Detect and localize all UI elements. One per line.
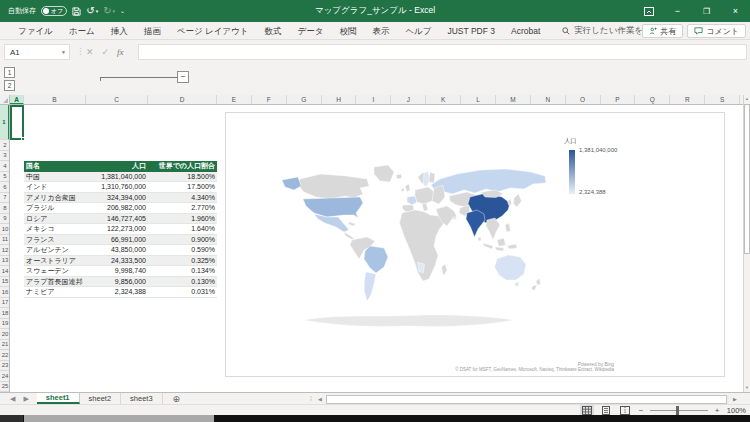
table-cell[interactable]: 9,856,000 xyxy=(86,277,148,288)
column-header-F[interactable]: F xyxy=(252,95,287,105)
table-cell[interactable]: アラブ首長国連邦 xyxy=(24,277,86,288)
map-region-usa[interactable] xyxy=(303,197,363,218)
horizontal-scrollbar[interactable] xyxy=(326,395,729,404)
ribbon-tab-8[interactable]: 校閲 xyxy=(331,22,364,40)
map-region-korea[interactable] xyxy=(508,199,512,205)
redo-button[interactable]: ↻▾ xyxy=(103,6,115,16)
row-header-21[interactable]: 21 xyxy=(0,340,10,351)
sheet-tab-sheet1[interactable]: sheet1 xyxy=(37,393,80,404)
grid[interactable]: 国名人口世界での人口割合中国1,381,040,00018.500%インド1,3… xyxy=(10,105,743,392)
scrollbar-grip-icon[interactable]: ⁞ xyxy=(310,395,312,402)
map-region-new-zealand-north[interactable] xyxy=(536,279,541,286)
map-region-caribbean[interactable] xyxy=(348,222,356,226)
chart-legend[interactable]: 人口 1,381,040,000 2,324,388 xyxy=(564,137,714,149)
table-cell[interactable]: 206,982,000 xyxy=(86,203,148,214)
map-region-indonesia-1[interactable] xyxy=(483,243,493,249)
minimize-button[interactable]: − xyxy=(663,0,692,22)
table-header-cell[interactable]: 人口 xyxy=(86,161,148,172)
table-cell[interactable]: インド xyxy=(24,182,86,193)
row-header-4[interactable]: 4 xyxy=(0,161,10,172)
table-cell[interactable]: 66,991,000 xyxy=(86,235,148,246)
map-chart[interactable]: 人口 1,381,040,000 2,324,388 Powered by Bi… xyxy=(225,112,725,377)
comments-button[interactable]: コメント xyxy=(687,24,746,38)
ribbon-tab-6[interactable]: 数式 xyxy=(256,22,289,40)
table-cell[interactable]: 146,727,405 xyxy=(86,214,148,225)
zoom-out-button[interactable]: − xyxy=(637,406,645,415)
scroll-up-icon[interactable]: ▲ xyxy=(744,95,750,103)
insert-function-button[interactable]: fx xyxy=(117,47,124,57)
sheet-nav-right-icon[interactable]: ▶ xyxy=(23,395,28,403)
row-header-1[interactable]: 1 xyxy=(0,105,10,140)
table-cell[interactable]: ロシア xyxy=(24,214,86,225)
column-header-H[interactable]: H xyxy=(322,95,357,105)
row-header-5[interactable]: 5 xyxy=(0,172,10,183)
maximize-button[interactable]: ❐ xyxy=(692,0,721,22)
customize-qat-button[interactable]: ⌄ xyxy=(120,6,125,16)
map-region-india[interactable] xyxy=(466,210,485,237)
table-cell[interactable]: 1.960% xyxy=(148,214,217,225)
column-header-A[interactable]: A xyxy=(10,95,24,105)
map-region-italy[interactable] xyxy=(422,203,428,211)
map-region-japan[interactable] xyxy=(514,194,522,207)
map-region-antarctica[interactable] xyxy=(304,315,514,326)
map-region-united-kingdom[interactable] xyxy=(405,184,410,192)
map-region-ireland[interactable] xyxy=(401,188,404,192)
row-header-10[interactable]: 10 xyxy=(0,224,10,235)
column-header-R[interactable]: R xyxy=(670,95,705,105)
row-header-7[interactable]: 7 xyxy=(0,193,10,204)
hscroll-right-icon[interactable]: ▶ xyxy=(731,395,739,404)
zoom-in-button[interactable]: + xyxy=(713,406,721,415)
zoom-slider-thumb[interactable] xyxy=(676,406,679,415)
column-header-I[interactable]: I xyxy=(356,95,391,105)
table-cell[interactable]: 1,310,760,000 xyxy=(86,182,148,193)
map-region-russia[interactable] xyxy=(431,169,546,194)
name-box[interactable]: A1 ▼ xyxy=(4,44,70,60)
row-header-25[interactable]: 25 xyxy=(0,382,10,393)
row-header-13[interactable]: 13 xyxy=(0,256,10,267)
scroll-down-icon[interactable]: ▼ xyxy=(744,384,750,392)
row-header-8[interactable]: 8 xyxy=(0,203,10,214)
row-header-12[interactable]: 12 xyxy=(0,245,10,256)
formula-input[interactable] xyxy=(138,44,747,60)
column-header-G[interactable]: G xyxy=(287,95,322,105)
row-header-19[interactable]: 19 xyxy=(0,319,10,330)
column-header-P[interactable]: P xyxy=(601,95,636,105)
row-header-2[interactable]: 2 xyxy=(0,140,10,151)
map-region-indonesia-2[interactable] xyxy=(495,247,504,251)
vertical-scroll-thumb[interactable] xyxy=(744,104,750,254)
column-header-N[interactable]: N xyxy=(531,95,566,105)
table-cell[interactable]: 2,324,388 xyxy=(86,287,148,298)
outline-collapse-button[interactable]: − xyxy=(177,71,189,83)
table-cell[interactable]: アメリカ合衆国 xyxy=(24,193,86,204)
zoom-slider[interactable] xyxy=(650,410,708,411)
column-header-D[interactable]: D xyxy=(148,95,217,105)
row-header-22[interactable]: 22 xyxy=(0,350,10,361)
column-header-O[interactable]: O xyxy=(566,95,601,105)
horizontal-scroll-thumb[interactable] xyxy=(326,395,727,404)
map-region-new-zealand-south[interactable] xyxy=(532,285,538,291)
undo-button[interactable]: ↺▾ xyxy=(86,6,98,16)
column-header-J[interactable]: J xyxy=(391,95,426,105)
vertical-scrollbar[interactable]: ▲ ▼ xyxy=(743,95,750,392)
column-header-M[interactable]: M xyxy=(496,95,531,105)
table-cell[interactable]: 0.325% xyxy=(148,256,217,267)
autosave-toggle[interactable]: オフ xyxy=(41,6,67,16)
row-header-3[interactable]: 3 xyxy=(0,151,10,162)
table-cell[interactable]: 中国 xyxy=(24,172,86,183)
row-header-16[interactable]: 16 xyxy=(0,287,10,298)
table-cell[interactable]: 1.640% xyxy=(148,224,217,235)
row-header-11[interactable]: 11 xyxy=(0,235,10,246)
ribbon-tab-7[interactable]: データ xyxy=(289,22,331,40)
column-header-C[interactable]: C xyxy=(86,95,148,105)
map-region-borneo[interactable] xyxy=(497,238,506,247)
map-region-madagascar[interactable] xyxy=(442,264,448,276)
save-button[interactable] xyxy=(72,7,81,16)
table-cell[interactable]: 24,333,500 xyxy=(86,256,148,267)
ribbon-tab-5[interactable]: ページ レイアウト xyxy=(169,22,257,40)
zoom-level[interactable]: 100% xyxy=(726,406,748,415)
table-cell[interactable]: メキシコ xyxy=(24,224,86,235)
column-header-Q[interactable]: Q xyxy=(635,95,670,105)
sheet-tab-sheet3[interactable]: sheet3 xyxy=(121,393,163,404)
map-region-iceland[interactable] xyxy=(396,174,402,179)
map-region-sri-lanka[interactable] xyxy=(478,237,481,241)
